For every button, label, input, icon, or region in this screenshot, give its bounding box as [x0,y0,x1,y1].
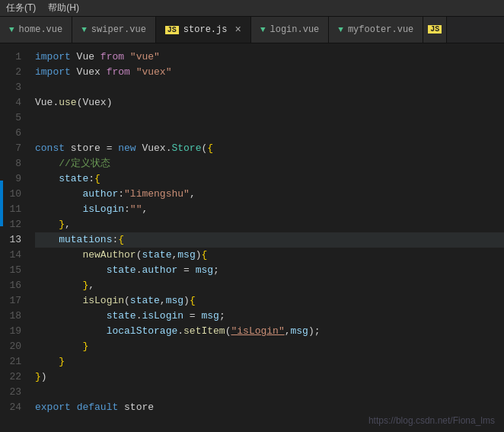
app-container: 任务(T) 帮助(H) ▼ home.vue ▼ swiper.vue JS s… [0,0,504,432]
js-icon: JS [165,26,179,34]
line-num-8: 8 [0,156,29,171]
tab-myfooter-js-indicator: JS [423,17,447,43]
line-num-10: 10 [0,187,29,202]
line-num-11: 11 [0,202,29,217]
line-num-16: 16 [0,278,29,293]
code-line-15: state.author = msg; [35,263,504,278]
code-line-10: author:"limengshu", [35,187,504,202]
line-num-23: 23 [0,385,29,400]
tab-store-js[interactable]: JS store.js × [156,17,251,43]
tabbar: ▼ home.vue ▼ swiper.vue JS store.js × ▼ … [0,17,504,43]
vue-icon: ▼ [9,25,14,34]
line-num-21: 21 [0,354,29,370]
menubar: 任务(T) 帮助(H) [0,0,504,17]
tab-login-vue[interactable]: ▼ login.vue [251,17,329,43]
watermark: https://blog.csdn.net/Fiona_lms [368,415,495,426]
code-line-2: import Vuex from "vuex" [35,65,504,80]
vue-icon: ▼ [338,25,343,34]
code-line-7: const store = new Vuex.Store({ [35,141,504,156]
code-line-12: }, [35,217,504,232]
code-line-14: newAuthor(state,msg){ [35,248,504,263]
code-line-6 [35,126,504,141]
code-line-20: } [35,339,504,354]
line-num-7: 7 [0,141,29,156]
tab-swiper-vue[interactable]: ▼ swiper.vue [72,17,156,43]
vue-icon: ▼ [260,25,266,34]
line-num-1: 1 [0,50,29,65]
line-num-15: 15 [0,263,29,278]
code-line-21: } [35,354,504,370]
menu-task[interactable]: 任务(T) [6,2,36,14]
line-num-24: 24 [0,400,29,415]
code-line-18: state.isLogin = msg; [35,309,504,324]
line-num-20: 20 [0,339,29,354]
line-num-17: 17 [0,293,29,309]
line-num-18: 18 [0,309,29,324]
code-line-16: }, [35,278,504,293]
code-line-23 [35,385,504,400]
code-line-22: }) [35,370,504,385]
close-tab-button[interactable]: × [234,24,241,36]
line-num-3: 3 [0,80,29,95]
editor[interactable]: 1 2 3 4 5 6 7 8 9 10 11 12 13 14 15 16 1… [0,43,504,432]
vue-icon: ▼ [81,25,87,34]
line-num-5: 5 [0,110,29,126]
tab-myfooter-vue[interactable]: ▼ myfooter.vue [329,17,423,43]
menu-help[interactable]: 帮助(H) [48,2,79,14]
scroll-indicator [0,181,3,226]
code-line-13: mutations:{ [35,232,504,248]
line-num-6: 6 [0,126,29,141]
code-line-4: Vue.use(Vuex) [35,95,504,110]
line-numbers: 1 2 3 4 5 6 7 8 9 10 11 12 13 14 15 16 1… [0,43,29,432]
tab-label: home.vue [19,24,63,35]
code-line-3 [35,80,504,95]
tab-label: store.js [183,24,228,35]
line-num-12: 12 [0,217,29,232]
code-line-1: import Vue from "vue" [35,50,504,65]
code-line-17: isLogin(state,msg){ [35,293,504,309]
code-area[interactable]: import Vue from "vue" import Vuex from "… [29,43,504,432]
line-num-14: 14 [0,248,29,263]
line-num-13: 13 [0,232,29,248]
code-line-8: //定义状态 [35,156,504,171]
line-num-19: 19 [0,324,29,339]
code-line-24: export default store [35,400,504,415]
tab-label: myfooter.vue [348,24,413,35]
code-line-11: isLogin:"", [35,202,504,217]
line-num-9: 9 [0,171,29,187]
tab-home-vue[interactable]: ▼ home.vue [0,17,72,43]
line-num-2: 2 [0,65,29,80]
code-line-19: localStorage.setItem("isLogin",msg); [35,324,504,339]
code-line-9: state:{ [35,171,504,187]
line-num-22: 22 [0,370,29,385]
js-icon: JS [428,25,442,34]
tab-label: swiper.vue [91,24,146,35]
tab-label: login.vue [270,24,319,35]
code-line-5 [35,110,504,126]
line-num-4: 4 [0,95,29,110]
